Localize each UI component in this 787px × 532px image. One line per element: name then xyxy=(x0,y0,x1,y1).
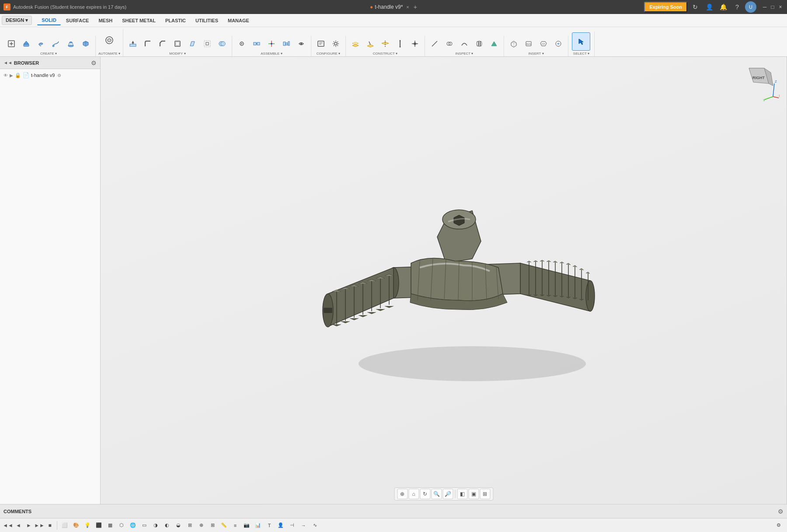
curvature-btn[interactable] xyxy=(457,37,471,51)
joint-btn[interactable] xyxy=(235,37,249,51)
select-btn[interactable] xyxy=(572,32,590,51)
expand-arrow[interactable]: ▶ xyxy=(10,73,13,78)
close-tab-btn[interactable]: × xyxy=(406,4,409,10)
construct-label[interactable]: CONSTRUCT ▾ xyxy=(373,52,397,56)
tab-mesh[interactable]: MESH xyxy=(94,16,117,25)
configure-label[interactable]: CONFIGURE ▾ xyxy=(317,52,340,56)
revolve-btn[interactable] xyxy=(34,37,48,51)
point-btn[interactable] xyxy=(408,37,422,51)
expiring-soon-button[interactable]: Expiring Soon xyxy=(644,2,687,12)
body-display-btn[interactable]: ⬛ xyxy=(94,521,104,530)
orbit-nav-btn[interactable]: ↻ xyxy=(420,489,430,499)
zoom-out-nav-btn[interactable]: 🔎 xyxy=(442,489,453,499)
help-icon[interactable]: ? xyxy=(731,1,743,13)
text-btn[interactable]: T xyxy=(265,521,274,530)
design-dropdown[interactable]: DESIGN ▾ xyxy=(2,16,32,25)
environment-btn[interactable]: 🌐 xyxy=(128,521,138,530)
maximize-button[interactable]: □ xyxy=(770,4,776,10)
settings-gear-btn[interactable]: ⚙ xyxy=(774,521,784,530)
viewport[interactable]: RIGHT Z X Y ⊕ ⌂ ↻ 🔍 🔎 ◧ ▣ ⊞ xyxy=(101,57,787,504)
tab-plastic[interactable]: PLASTIC xyxy=(161,16,190,25)
drive-joints-btn[interactable] xyxy=(294,37,308,51)
browser-item-root[interactable]: 👁 ▶ 🔒 📄 t-handle v9 ⚙ xyxy=(0,71,100,80)
draft-btn[interactable] xyxy=(185,37,199,51)
measure-display-btn[interactable]: 📏 xyxy=(219,521,229,530)
insert-label[interactable]: INSERT ▾ xyxy=(528,52,543,56)
component-color-btn[interactable]: 🎨 xyxy=(71,521,81,530)
constraint-btn[interactable]: ⊣ xyxy=(287,521,297,530)
insert-mesh-btn[interactable] xyxy=(507,37,521,51)
visibility-icon[interactable]: 👁 xyxy=(3,73,8,78)
automate-btn[interactable] xyxy=(101,30,118,51)
grid-btn[interactable]: ⊞ xyxy=(480,489,490,499)
browser-expand-btn[interactable]: ◄◄ xyxy=(3,60,12,65)
shadow-btn[interactable]: ◑ xyxy=(151,521,160,530)
object-snap-btn[interactable]: ⊕ xyxy=(196,521,206,530)
profile-btn[interactable]: 👤 xyxy=(276,521,286,530)
close-button[interactable]: × xyxy=(777,4,784,10)
curve-btn[interactable]: ∿ xyxy=(310,521,320,530)
home-nav-btn[interactable]: ⌂ xyxy=(408,489,419,499)
fillet-btn[interactable] xyxy=(141,37,155,51)
draft-analysis-btn[interactable] xyxy=(487,37,501,51)
nav-stop-btn[interactable]: ■ xyxy=(45,521,54,530)
pan-nav-btn[interactable]: ⊕ xyxy=(397,489,407,499)
modify-label[interactable]: MODIFY ▾ xyxy=(169,52,185,56)
account-icon[interactable]: 👤 xyxy=(703,1,715,13)
arrow-btn[interactable]: → xyxy=(299,521,308,530)
zoom-in-nav-btn[interactable]: 🔍 xyxy=(431,489,442,499)
chamfer-btn[interactable] xyxy=(156,37,170,51)
minimize-button[interactable]: ─ xyxy=(762,4,768,10)
nav-next-btn[interactable]: ►► xyxy=(35,521,44,530)
rigid-group-btn[interactable] xyxy=(279,37,293,51)
capture-btn[interactable]: 📷 xyxy=(242,521,251,530)
inspect-label[interactable]: INSPECT ▾ xyxy=(456,52,474,56)
display-mode-btn[interactable]: ◧ xyxy=(457,489,467,499)
avatar[interactable]: U xyxy=(745,1,756,13)
offset-plane-btn[interactable] xyxy=(348,37,362,51)
notification-icon[interactable]: 🔔 xyxy=(717,1,729,13)
browser2-btn[interactable]: ≡ xyxy=(230,521,240,530)
joint-origin-btn[interactable] xyxy=(265,37,279,51)
measure-btn[interactable] xyxy=(428,37,442,51)
parameters-btn[interactable] xyxy=(314,37,328,51)
explode-btn[interactable]: 💡 xyxy=(83,521,92,530)
ambient-occlusion-btn[interactable]: ◐ xyxy=(162,521,172,530)
loft-btn[interactable] xyxy=(64,37,78,51)
tab-sheet-metal[interactable]: SHEET METAL xyxy=(118,16,160,25)
scale-btn[interactable] xyxy=(200,37,214,51)
combine-btn[interactable] xyxy=(215,37,229,51)
interference-btn[interactable] xyxy=(442,37,456,51)
face-display-btn[interactable]: ▦ xyxy=(105,521,115,530)
edge-display-btn[interactable]: ⬡ xyxy=(117,521,126,530)
select-label[interactable]: SELECT ▾ xyxy=(573,52,589,56)
item-settings-icon[interactable]: ⚙ xyxy=(57,73,61,78)
midplane-btn[interactable] xyxy=(378,37,392,51)
extrude-btn[interactable] xyxy=(19,37,33,51)
visual-style-btn[interactable]: ▣ xyxy=(468,489,479,499)
configure-btn[interactable] xyxy=(329,37,343,51)
zebra-btn[interactable] xyxy=(472,37,486,51)
3d-snap-btn[interactable]: ⊞ xyxy=(208,521,217,530)
axis-btn[interactable] xyxy=(393,37,407,51)
plane-angle-btn[interactable] xyxy=(363,37,377,51)
press-pull-btn[interactable] xyxy=(126,37,140,51)
refresh-icon[interactable]: ↻ xyxy=(689,1,701,13)
automate-label[interactable]: AUTOMATE ▾ xyxy=(98,52,120,56)
ground-plane-btn[interactable]: ▭ xyxy=(139,521,149,530)
analysis-btn[interactable]: 📊 xyxy=(253,521,263,530)
nav-first-btn[interactable]: ◄◄ xyxy=(3,521,12,530)
tab-solid[interactable]: SOLID xyxy=(37,16,61,25)
decal-btn[interactable] xyxy=(551,37,565,51)
insert-dxf-btn[interactable]: DXF xyxy=(536,37,550,51)
sketch-display-btn[interactable]: ⬜ xyxy=(60,521,70,530)
nav-prev-btn[interactable]: ◄ xyxy=(14,521,23,530)
new-component-btn[interactable] xyxy=(4,37,18,51)
tab-manage[interactable]: MANAGE xyxy=(223,16,254,25)
view-cube[interactable]: RIGHT Z X Y xyxy=(740,64,780,103)
as-built-btn[interactable] xyxy=(250,37,264,51)
assemble-label[interactable]: ASSEMBLE ▾ xyxy=(261,52,282,56)
shell-btn[interactable] xyxy=(171,37,185,51)
reflection-btn[interactable]: ◒ xyxy=(174,521,183,530)
box-btn[interactable] xyxy=(79,37,93,51)
